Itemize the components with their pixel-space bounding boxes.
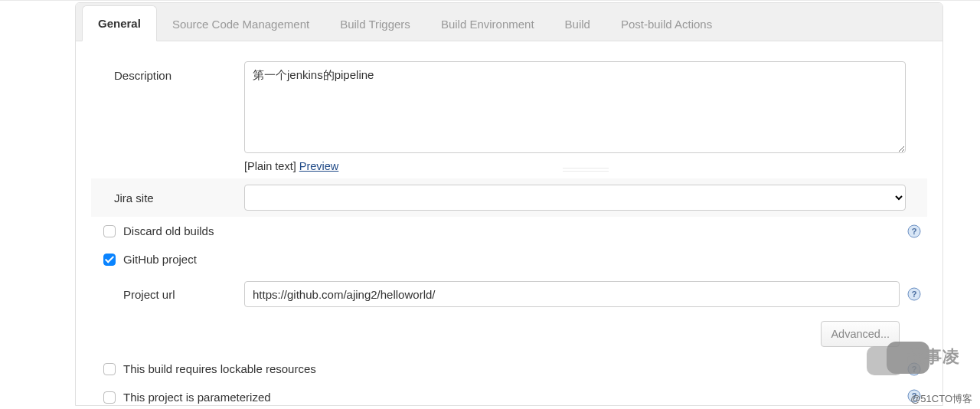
parameterized-checkbox[interactable] [103,391,116,404]
github-project-label[interactable]: GitHub project [123,253,197,266]
lockable-resources-label[interactable]: This build requires lockable resources [123,362,316,375]
description-label: Description [91,61,244,87]
resize-handle-icon[interactable] [563,168,609,172]
plain-text-hint: [Plain text] [244,160,299,172]
svg-text:?: ? [912,227,917,236]
tab-build-triggers[interactable]: Build Triggers [325,7,426,41]
discard-old-builds-label[interactable]: Discard old builds [123,224,214,237]
help-icon[interactable]: ? [907,224,921,238]
lockable-resources-checkbox[interactable] [103,363,116,375]
github-project-checkbox[interactable] [103,254,116,266]
project-url-label: Project url [91,288,244,301]
jira-site-select[interactable] [244,185,906,211]
help-icon[interactable]: ? [907,389,921,403]
parameterized-label[interactable]: This project is parameterized [123,391,271,404]
discard-old-builds-checkbox[interactable] [103,225,116,237]
description-textarea[interactable]: 第一个jenkins的pipeline [244,61,906,153]
help-icon[interactable]: ? [907,287,921,301]
tab-build-environment[interactable]: Build Environment [426,7,550,41]
svg-text:?: ? [912,290,917,299]
config-panel: General Source Code Management Build Tri… [75,2,943,406]
tab-bar: General Source Code Management Build Tri… [76,3,942,41]
advanced-button[interactable]: Advanced... [821,321,900,347]
tab-post-build-actions[interactable]: Post-build Actions [606,7,727,41]
tab-build[interactable]: Build [550,7,606,41]
tab-scm[interactable]: Source Code Management [157,7,325,41]
tab-general[interactable]: General [82,5,157,41]
preview-link[interactable]: Preview [299,160,339,172]
jira-site-label: Jira site [91,187,244,209]
svg-text:?: ? [912,365,917,374]
project-url-input[interactable] [244,281,900,307]
svg-text:?: ? [912,391,917,401]
help-icon[interactable]: ? [907,362,921,376]
